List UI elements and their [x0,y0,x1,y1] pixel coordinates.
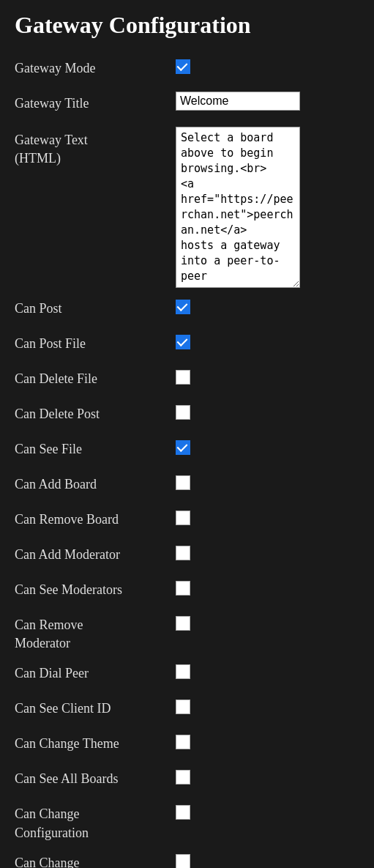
can-change-theme-control [176,732,359,749]
gateway-text-row: Gateway Text(HTML) Select a board above … [15,127,359,288]
can-change-theme-label: Can Change Theme [15,732,176,753]
gateway-mode-control [176,56,359,74]
page-title: Gateway Configuration [15,12,359,39]
can-add-board-label: Can Add Board [15,472,176,494]
can-change-control [176,851,359,868]
can-post-file-checkbox[interactable] [176,335,190,349]
can-remove-board-control [176,508,359,525]
can-see-client-id-row: Can See Client ID [15,697,359,723]
can-see-all-boards-checkbox[interactable] [176,770,190,784]
can-see-moderators-row: Can See Moderators [15,578,359,604]
gateway-text-control: Select a board above to begin browsing.<… [176,127,359,288]
can-post-label: Can Post [15,297,176,318]
can-dial-peer-checkbox[interactable] [176,664,190,679]
can-delete-file-checkbox[interactable] [176,370,190,385]
can-see-file-checkbox[interactable] [176,440,190,455]
can-delete-file-label: Can Delete File [15,367,176,388]
can-see-client-id-label: Can See Client ID [15,697,176,718]
can-dial-peer-label: Can Dial Peer [15,661,176,683]
can-post-file-label: Can Post File [15,332,176,353]
can-see-client-id-control [176,697,359,714]
can-dial-peer-control [176,661,359,679]
can-delete-post-control [176,402,359,420]
gateway-mode-checkbox[interactable] [176,59,190,74]
can-see-file-row: Can See File [15,437,359,464]
can-add-board-row: Can Add Board [15,472,359,499]
can-delete-post-row: Can Delete Post [15,402,359,429]
can-remove-board-checkbox[interactable] [176,511,190,525]
can-remove-moderator-control [176,613,359,631]
gateway-title-row: Gateway Title [15,92,359,118]
can-see-all-boards-label: Can See All Boards [15,767,176,788]
can-dial-peer-row: Can Dial Peer [15,661,359,688]
can-change-configuration-label: Can ChangeConfiguration [15,802,176,842]
gateway-title-label: Gateway Title [15,92,176,113]
page-container: Gateway Configuration Gateway Mode Gatew… [0,0,374,868]
can-see-all-boards-control [176,767,359,784]
gateway-mode-label: Gateway Mode [15,56,176,78]
gateway-title-input[interactable] [176,92,300,111]
can-remove-board-row: Can Remove Board [15,508,359,534]
can-remove-moderator-checkbox[interactable] [176,616,190,631]
can-delete-file-row: Can Delete File [15,367,359,393]
can-see-moderators-control [176,578,359,596]
gateway-text-label: Gateway Text(HTML) [15,127,176,168]
can-add-board-checkbox[interactable] [176,475,190,490]
can-post-row: Can Post [15,297,359,323]
gateway-title-control [176,92,359,111]
can-delete-file-control [176,367,359,385]
can-change-checkbox[interactable] [176,854,190,868]
can-remove-moderator-row: Can RemoveModerator [15,613,359,653]
can-see-file-label: Can See File [15,437,176,459]
can-see-client-id-checkbox[interactable] [176,700,190,714]
can-delete-post-checkbox[interactable] [176,405,190,420]
can-post-file-control [176,332,359,349]
can-add-board-control [176,472,359,490]
can-change-configuration-row: Can ChangeConfiguration [15,802,359,842]
can-change-theme-row: Can Change Theme [15,732,359,758]
can-add-moderator-checkbox[interactable] [176,546,190,560]
can-post-file-row: Can Post File [15,332,359,358]
can-see-all-boards-row: Can See All Boards [15,767,359,793]
gateway-text-textarea[interactable]: Select a board above to begin browsing.<… [176,127,300,288]
gateway-mode-row: Gateway Mode [15,56,359,83]
can-remove-board-label: Can Remove Board [15,508,176,529]
can-post-control [176,297,359,314]
can-add-moderator-row: Can Add Moderator [15,543,359,569]
can-see-file-control [176,437,359,455]
can-add-moderator-label: Can Add Moderator [15,543,176,564]
can-delete-post-label: Can Delete Post [15,402,176,423]
can-see-moderators-checkbox[interactable] [176,581,190,596]
can-change-label: Can Change [15,851,176,868]
can-add-moderator-control [176,543,359,560]
can-change-configuration-control [176,802,359,820]
can-change-row: Can Change [15,851,359,868]
can-change-theme-checkbox[interactable] [176,735,190,749]
can-change-configuration-checkbox[interactable] [176,805,190,820]
can-post-checkbox[interactable] [176,300,190,314]
can-remove-moderator-label: Can RemoveModerator [15,613,176,653]
can-see-moderators-label: Can See Moderators [15,578,176,599]
